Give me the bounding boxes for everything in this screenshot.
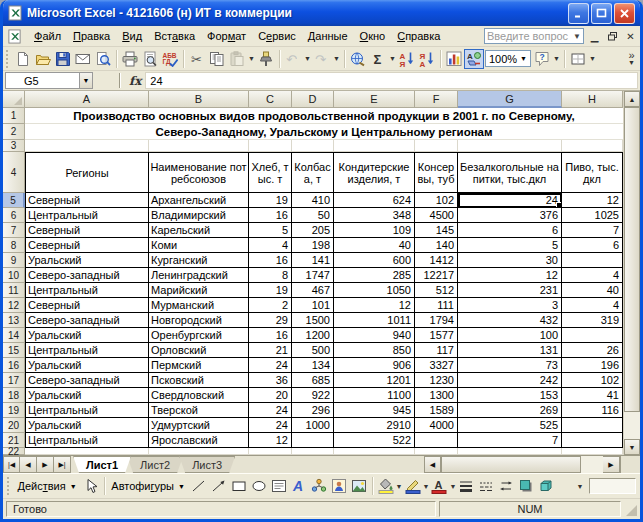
cell[interactable]: 73 [458,358,562,373]
cell[interactable]: 21 [249,343,292,358]
cell[interactable]: 1589 [415,403,458,418]
toolbar-spelling-button[interactable]: АБВГД [160,49,180,69]
row-header-13[interactable]: 13 [3,313,25,328]
cell[interactable]: Уральский [25,253,149,268]
row-header-17[interactable]: 17 [3,373,25,388]
cell[interactable] [415,433,458,448]
cell[interactable] [292,433,334,448]
cell[interactable] [562,433,623,448]
cell[interactable]: 100 [458,328,562,343]
row-header-2[interactable]: 2 [3,124,25,140]
column-header-B[interactable]: B [149,91,249,108]
cell[interactable]: Оренбургский [149,328,249,343]
cell[interactable]: 940 [334,328,415,343]
sheet-tab-Лист2[interactable]: Лист2 [127,456,183,473]
column-header-G[interactable]: G [458,91,562,108]
chevron-down-icon[interactable]: ▼ [79,73,92,88]
cell[interactable]: 376 [458,208,562,223]
cell[interactable]: 1794 [415,313,458,328]
row-header-6[interactable]: 6 [3,208,25,223]
cell[interactable]: 6 [458,223,562,238]
cell[interactable]: Свердловский [149,388,249,403]
cell[interactable] [458,448,562,455]
cell[interactable]: 141 [292,253,334,268]
drawing-overflow-button[interactable] [556,476,576,496]
row-header-7[interactable]: 7 [3,223,25,238]
menu-item-edit[interactable]: Правка [67,28,116,44]
formula-input[interactable]: 24 [145,72,638,89]
menu-item-tools[interactable]: Сервис [252,28,302,44]
cell[interactable]: 522 [334,433,415,448]
cell[interactable]: 1412 [415,253,458,268]
toolbar-email-button[interactable] [73,49,93,69]
cell[interactable]: Центральный [25,283,149,298]
row-header-9[interactable]: 9 [3,253,25,268]
cell[interactable] [249,448,292,455]
next-sheet-button[interactable]: ▶ [37,456,54,473]
horizontal-scroll-thumb[interactable] [441,456,581,473]
cell[interactable]: 3 [458,298,562,313]
cell[interactable]: 4000 [415,418,458,433]
cell[interactable]: Орловский [149,343,249,358]
cell[interactable]: 19 [249,193,292,208]
cell[interactable]: 16 [249,328,292,343]
drawing-text-box-button[interactable] [269,476,289,496]
cell[interactable]: 296 [292,403,334,418]
row-header-19[interactable]: 19 [3,403,25,418]
drawing-wordart-button[interactable]: А [289,476,309,496]
cell[interactable]: 131 [458,343,562,358]
cell[interactable]: Новгородский [149,313,249,328]
cell[interactable] [562,328,623,343]
cell[interactable]: Курганский [149,253,249,268]
cell[interactable]: 134 [292,358,334,373]
cell[interactable]: 12 [562,193,623,208]
chevron-down-icon[interactable]: ▼ [396,476,403,496]
cell[interactable]: 4 [562,268,623,283]
chevron-down-icon[interactable]: ▼ [588,49,597,69]
cell[interactable]: 1577 [415,328,458,343]
column-header-E[interactable]: E [334,91,415,108]
zoom-combo[interactable]: 100%▼ [485,50,531,67]
workbook-close-button[interactable]: ✕ [623,29,638,44]
row-header-12[interactable]: 12 [3,298,25,313]
cell[interactable]: Северо-западный [25,313,149,328]
question-input[interactable]: Введите вопрос ▼ [484,28,584,44]
drawing-rectangle-button[interactable] [229,476,249,496]
toolbar-sort-desc-button[interactable]: ЯА [417,49,437,69]
menu-item-window[interactable]: Окно [354,28,392,44]
cell[interactable]: Северо-западный [25,268,149,283]
cell[interactable]: 1747 [292,268,334,283]
cell[interactable]: 41 [562,388,623,403]
cell[interactable]: 24 [249,418,292,433]
cell[interactable] [249,140,292,152]
cell[interactable]: Тверской [149,403,249,418]
cell[interactable]: 319 [562,313,623,328]
cell[interactable]: 348 [334,208,415,223]
cell[interactable] [149,140,249,152]
close-button[interactable] [614,3,635,24]
cell[interactable]: 1230 [415,373,458,388]
cell[interactable]: 467 [292,283,334,298]
workbook-minimize-button[interactable]: ▁ [587,29,602,44]
drawing-picture-button[interactable] [349,476,369,496]
drawing-diagram-button[interactable] [309,476,329,496]
cell[interactable]: 24 [249,403,292,418]
scroll-left-icon[interactable]: ◀ [424,456,441,473]
drawing-line-style-button[interactable] [456,476,476,496]
cell[interactable]: 922 [292,388,334,403]
toolbar-chart-wizard-button[interactable] [444,49,464,69]
row-header-11[interactable]: 11 [3,283,25,298]
column-header-D[interactable]: D [292,91,334,108]
cell[interactable] [458,140,562,152]
prev-sheet-button[interactable]: ◀ [20,456,37,473]
table-header-cell[interactable]: Регионы [25,152,149,193]
cell[interactable]: 24 [458,193,562,208]
table-header-cell[interactable]: Наименование потребсоюзов [149,152,249,193]
menu-item-help[interactable]: Справка [391,28,446,44]
workbook-restore-button[interactable] [605,29,620,44]
cell[interactable]: Ленинградский [149,268,249,283]
cell[interactable]: 5 [458,238,562,253]
last-sheet-button[interactable]: ▶| [54,456,71,473]
menu-item-file[interactable]: Файл [28,28,67,44]
horizontal-scrollbar[interactable]: ◀ ▶ [424,456,620,473]
